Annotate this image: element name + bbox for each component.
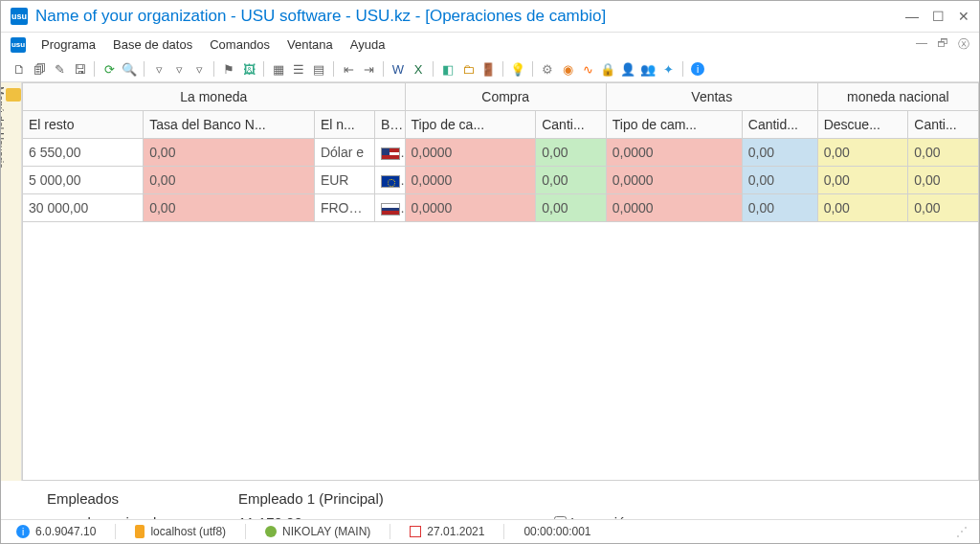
user-icon — [265, 526, 277, 537]
titlebar: usu Name of your organization - USU soft… — [1, 1, 979, 33]
table-row[interactable]: 5 000,000,00EUR0,00000,000,00000,000,000… — [23, 167, 979, 194]
col-ventas-tipo[interactable]: Tipo de cam... — [606, 111, 742, 139]
tool-search-icon[interactable]: 🔍 — [121, 60, 138, 78]
grid-empty-area — [22, 222, 979, 481]
sidebar-label: Menú del Usuario — [0, 86, 6, 169]
tool-word-icon[interactable]: W — [390, 60, 407, 78]
tool-color-icon[interactable]: ◉ — [559, 60, 576, 78]
menu-programa[interactable]: Programa — [33, 35, 103, 54]
status-user: NIKOLAY (MAIN) — [282, 525, 370, 538]
mdi-minimize-icon[interactable]: — — [916, 36, 927, 53]
tool-folder-icon[interactable]: 🗀 — [459, 60, 477, 78]
tool-excel-icon[interactable]: X — [410, 60, 427, 78]
col-descuento[interactable]: Descue... — [817, 111, 908, 139]
tool-lock-icon[interactable]: 🔒 — [599, 60, 616, 78]
status-host: localhost (utf8) — [150, 525, 226, 538]
table-row[interactable]: 6 550,000,00Dólar e0,00000,000,00000,000… — [23, 139, 979, 167]
menu-ventana[interactable]: Ventana — [279, 35, 341, 54]
col-nombre[interactable]: El n... — [314, 111, 374, 139]
col-compra-cant[interactable]: Canti... — [536, 111, 607, 139]
tool-flag-icon[interactable]: ⚑ — [220, 60, 237, 78]
tool-grid-icon[interactable]: ▦ — [270, 60, 287, 78]
tool-user-icon[interactable]: 👤 — [619, 60, 636, 78]
sidebar-user-menu[interactable]: Menú del Usuario — [1, 82, 22, 481]
tool-gear-icon[interactable]: ⚙ — [539, 60, 556, 78]
tool-save-icon[interactable]: 🖫 — [71, 60, 88, 78]
tool-edit-icon[interactable]: ✎ — [51, 60, 68, 78]
group-header-row: La moneda Compra Ventas moneda nacional — [23, 83, 979, 111]
col-compra-tipo[interactable]: Tipo de ca... — [405, 111, 536, 139]
tool-filter3-icon[interactable]: ▿ — [190, 60, 208, 78]
col-resto[interactable]: El resto — [23, 111, 144, 139]
tool-users-icon[interactable]: 👥 — [639, 60, 657, 78]
tool-bulb-icon[interactable]: 💡 — [509, 60, 526, 78]
maximize-icon[interactable]: ☐ — [932, 9, 945, 24]
resize-grip-icon[interactable]: ⋰ — [956, 525, 969, 538]
tool-new-icon[interactable]: 🗋 — [11, 60, 28, 78]
toolbar: 🗋 🗐 ✎ 🖫 ⟳ 🔍 ▿ ▿ ▿ ⚑ 🖼 ▦ ☰ ▤ ⇤ ⇥ W X ◧ 🗀 … — [1, 57, 979, 82]
group-moneda[interactable]: La moneda — [23, 83, 406, 111]
group-compra[interactable]: Compra — [405, 83, 606, 111]
status-time: 00:00:00:001 — [523, 525, 590, 538]
folder-icon — [6, 88, 21, 102]
mdi-close-icon[interactable]: ⓧ — [958, 36, 969, 53]
tool-copy-icon[interactable]: 🗐 — [31, 60, 48, 78]
col-nac-cant[interactable]: Canti... — [908, 111, 979, 139]
value-empleados: Empleado 1 (Principal) — [238, 490, 525, 507]
app-menu-icon[interactable]: usu — [11, 37, 26, 53]
menu-comandos[interactable]: Comandos — [202, 35, 278, 54]
mdi-restore-icon[interactable]: 🗗 — [937, 36, 948, 53]
info-icon: i — [16, 525, 30, 538]
col-ventas-cant[interactable]: Cantid... — [742, 111, 817, 139]
flag-ru-icon — [381, 203, 400, 215]
tool-image-icon[interactable]: 🖼 — [240, 60, 257, 78]
statusbar: i6.0.9047.10 localhost (utf8) NIKOLAY (M… — [1, 519, 979, 543]
tool-rss-icon[interactable]: ∿ — [579, 60, 596, 78]
col-bandera[interactable]: B... — [375, 111, 406, 139]
menu-base-datos[interactable]: Base de datos — [105, 35, 200, 54]
tool-filter2-icon[interactable]: ▿ — [170, 60, 188, 78]
tool-import-icon[interactable]: ⇤ — [340, 60, 357, 78]
tool-wand-icon[interactable]: ✦ — [659, 60, 677, 78]
menu-ayuda[interactable]: Ayuda — [343, 35, 393, 54]
tool-filter-icon[interactable]: ▿ — [150, 60, 167, 78]
currency-grid[interactable]: La moneda Compra Ventas moneda nacional … — [22, 82, 979, 222]
tool-tree-icon[interactable]: ☰ — [290, 60, 307, 78]
tool-window-icon[interactable]: ◧ — [439, 60, 457, 78]
status-date: 27.01.2021 — [427, 525, 484, 538]
close-icon[interactable]: ✕ — [958, 9, 969, 24]
status-version: 6.0.9047.10 — [35, 525, 96, 538]
window-title: Name of your organization - USU software… — [35, 7, 606, 26]
group-ventas[interactable]: Ventas — [606, 83, 817, 111]
flag-us-icon — [381, 147, 400, 160]
tool-door-icon[interactable]: 🚪 — [479, 60, 497, 78]
tool-refresh-icon[interactable]: ⟳ — [100, 60, 118, 78]
app-logo-icon: usu — [11, 8, 28, 25]
database-icon — [135, 525, 145, 538]
tool-export-icon[interactable]: ⇥ — [360, 60, 377, 78]
column-header-row: El resto Tasa del Banco N... El n... B..… — [23, 111, 979, 139]
table-row[interactable]: 30 000,000,00FROTAI0,00000,000,00000,000… — [23, 194, 979, 222]
minimize-icon[interactable]: — — [905, 9, 919, 24]
menubar: usu Programa Base de datos Comandos Vent… — [1, 33, 979, 57]
group-nacional[interactable]: moneda nacional — [817, 83, 978, 111]
calendar-icon — [410, 526, 421, 537]
label-empleados: Empleados — [47, 490, 238, 507]
flag-eu-icon — [381, 175, 400, 188]
tool-info-icon[interactable]: i — [689, 60, 706, 78]
col-tasa[interactable]: Tasa del Banco N... — [144, 111, 315, 139]
tool-card-icon[interactable]: ▤ — [310, 60, 327, 78]
